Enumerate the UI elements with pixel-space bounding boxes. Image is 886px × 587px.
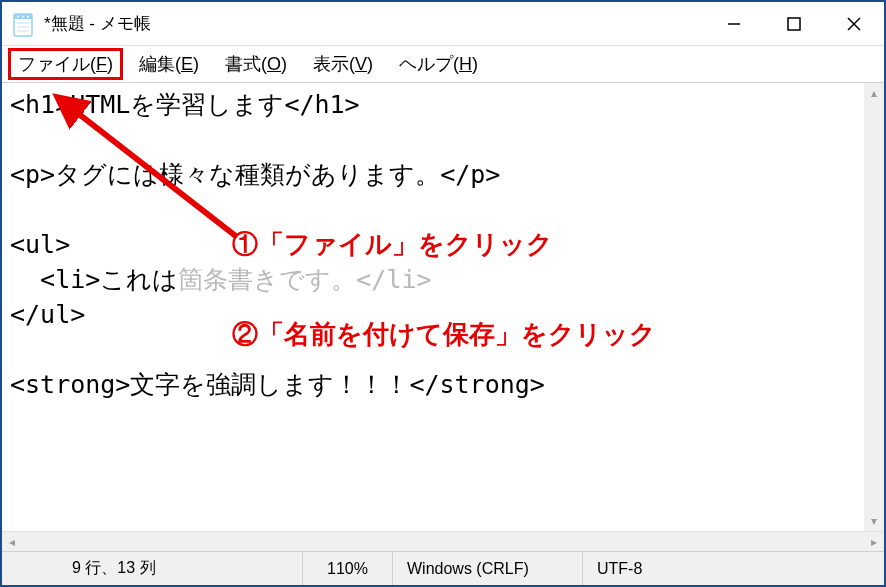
scroll-track[interactable] [22,532,864,551]
scroll-up-icon[interactable]: ▴ [864,83,884,103]
scroll-right-icon[interactable]: ▸ [864,532,884,551]
menu-edit[interactable]: 編集(E) [129,48,209,80]
text-line: <strong>文字を強調します！！！</strong> [10,370,545,399]
maximize-button[interactable] [764,2,824,45]
svg-point-3 [22,15,24,17]
menu-help[interactable]: ヘルプ(H) [389,48,488,80]
svg-point-2 [17,15,19,17]
window-title: *無題 - メモ帳 [44,12,704,35]
status-encoding: UTF-8 [582,552,884,585]
text-line: <p>タグには様々な種類があります。</p> [10,160,500,189]
status-zoom: 110% [302,552,392,585]
minimize-button[interactable] [704,2,764,45]
text-line: <ul> [10,230,70,259]
text-line-gray: 箇条書きです。</li> [178,265,431,294]
status-line-ending: Windows (CRLF) [392,552,582,585]
svg-point-4 [27,15,29,17]
menu-view[interactable]: 表示(V) [303,48,383,80]
scroll-left-icon[interactable]: ◂ [2,532,22,551]
notepad-icon [12,11,34,37]
scroll-track[interactable] [864,103,884,511]
editor-area[interactable]: <h1>HTMLを学習します</h1> <p>タグには様々な種類があります。</… [2,82,884,531]
menubar: ファイル(F) 編集(E) 書式(O) 表示(V) ヘルプ(H) [2,46,884,82]
scroll-down-icon[interactable]: ▾ [864,511,884,531]
titlebar: *無題 - メモ帳 [2,2,884,46]
status-position: 9 行、13 列 [2,552,302,585]
notepad-window: *無題 - メモ帳 ファイル(F) 編集(E) 書式(O) 表示(V) ヘルプ(… [0,0,886,587]
text-line: </ul> [10,300,85,329]
editor-content[interactable]: <h1>HTMLを学習します</h1> <p>タグには様々な種類があります。</… [2,83,884,406]
text-line: <h1>HTMLを学習します</h1> [10,90,360,119]
menu-file[interactable]: ファイル(F) [8,48,123,80]
text-line: <li>これは [10,265,178,294]
vertical-scrollbar[interactable]: ▴ ▾ [864,83,884,531]
menu-format[interactable]: 書式(O) [215,48,297,80]
svg-rect-9 [788,18,800,30]
horizontal-scrollbar[interactable]: ◂ ▸ [2,531,884,551]
close-button[interactable] [824,2,884,45]
statusbar: 9 行、13 列 110% Windows (CRLF) UTF-8 [2,551,884,585]
window-controls [704,2,884,45]
